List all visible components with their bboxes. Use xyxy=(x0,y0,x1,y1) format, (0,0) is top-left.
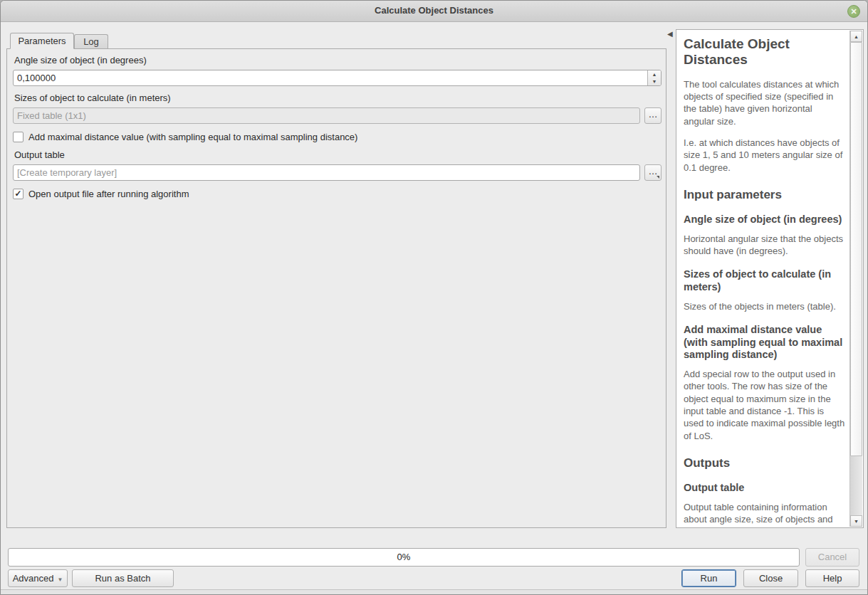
cancel-button: Cancel xyxy=(805,548,859,567)
sizes-label: Sizes of object to calculate (in meters) xyxy=(14,93,171,103)
output-browse-button[interactable]: … xyxy=(644,164,662,181)
help-paragraph: I.e. at which distances have objects of … xyxy=(684,137,845,174)
title-bar[interactable]: Calculate Object Distances ✕ xyxy=(1,1,867,22)
scroll-down-icon[interactable]: ▼ xyxy=(850,515,862,527)
sizes-browse-button[interactable]: … xyxy=(644,107,662,124)
tab-log[interactable]: Log xyxy=(74,34,108,48)
help-button[interactable]: Help xyxy=(805,569,859,587)
spinner-buttons: ▲ ▼ xyxy=(647,70,661,85)
run-as-batch-button[interactable]: Run as Batch Process… xyxy=(72,569,174,587)
output-table-input[interactable] xyxy=(13,164,640,181)
advanced-label: Advanced xyxy=(13,573,54,584)
open-output-label: Open output file after running algorithm xyxy=(28,189,189,199)
sizes-input xyxy=(13,107,640,124)
browse-dropdown-icon xyxy=(657,176,659,179)
parameters-panel: Angle size of object (in degrees) ▲ ▼ Si… xyxy=(6,48,666,528)
help-panel: Calculate Object Distances The tool calc… xyxy=(676,29,864,528)
help-collapse-icon[interactable]: ◀ xyxy=(667,30,673,38)
dialog-window: Calculate Object Distances ✕ Log Paramet… xyxy=(0,0,868,595)
help-paragraph: The tool calculates distances at which o… xyxy=(684,78,845,127)
help-title: Calculate Object Distances xyxy=(684,36,845,68)
tab-parameters[interactable]: Parameters xyxy=(10,33,74,49)
window-close-icon[interactable]: ✕ xyxy=(847,5,860,18)
close-button[interactable]: Close xyxy=(743,569,798,587)
output-table-label: Output table xyxy=(14,149,65,160)
help-scrollbar[interactable]: ▲ ▼ xyxy=(849,31,862,527)
scrollbar-thumb[interactable] xyxy=(850,42,862,456)
open-output-checkbox[interactable]: ✓ xyxy=(13,189,23,199)
progress-bar: 0% xyxy=(8,548,800,567)
open-output-row: ✓ Open output file after running algorit… xyxy=(13,189,189,199)
help-content: Calculate Object Distances The tool calc… xyxy=(676,30,849,527)
advanced-button[interactable]: Advanced▼ xyxy=(8,569,68,587)
add-max-distance-checkbox[interactable] xyxy=(13,132,23,142)
help-input-parameters-heading: Input parameters xyxy=(684,188,845,202)
help-paragraph: Add special row to the output used in ot… xyxy=(684,368,845,442)
help-outputs-heading: Outputs xyxy=(684,456,845,470)
help-paragraph: Output table containing information abou… xyxy=(684,501,845,527)
help-angle-heading: Angle size of object (in degrees) xyxy=(684,214,845,226)
spin-up-icon[interactable]: ▲ xyxy=(648,71,661,78)
help-sizes-heading: Sizes of object to calculate (in meters) xyxy=(684,268,845,293)
run-button[interactable]: Run xyxy=(681,569,736,587)
scroll-up-icon[interactable]: ▲ xyxy=(850,31,862,42)
help-output-table-heading: Output table xyxy=(684,482,845,495)
angle-size-input[interactable] xyxy=(13,70,662,86)
window-title: Calculate Object Distances xyxy=(1,5,867,16)
chevron-down-icon: ▼ xyxy=(57,576,63,583)
help-addmax-heading: Add maximal distance value (with samplin… xyxy=(684,324,845,362)
add-max-distance-label: Add maximal distance value (with samplin… xyxy=(28,132,357,142)
angle-size-spinbox: ▲ ▼ xyxy=(13,70,662,86)
add-max-distance-row: Add maximal distance value (with samplin… xyxy=(13,132,357,142)
angle-size-label: Angle size of object (in degrees) xyxy=(14,55,147,65)
window-bottom-edge xyxy=(1,589,867,594)
spin-down-icon[interactable]: ▼ xyxy=(648,78,661,85)
help-paragraph: Sizes of the objects in meters (table). xyxy=(684,300,845,312)
browse-ellipsis: … xyxy=(649,166,658,177)
help-paragraph: Horizontal angular size that the objects… xyxy=(684,233,845,258)
